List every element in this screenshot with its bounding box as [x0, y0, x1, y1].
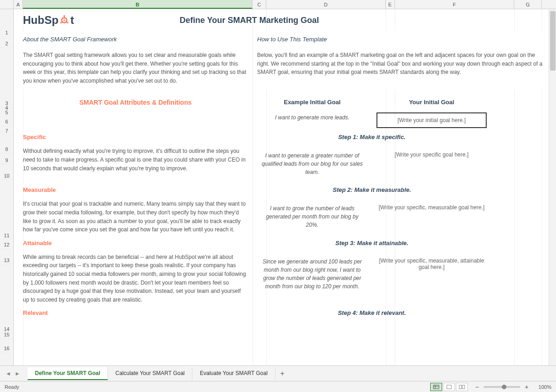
svg-line-4 [67, 22, 68, 23]
column-headers: ABCDEFG [0, 0, 556, 9]
attr-heading-0: Specific [23, 134, 248, 140]
column-header-B[interactable]: B [23, 0, 253, 9]
step-title-2: Step 3: Make it attainable. [257, 240, 487, 246]
zoom-level: 100% [533, 384, 551, 390]
row-headers: 12345678910111213141516171819 [0, 9, 14, 365]
step-your-input-0[interactable]: [Write your specific goal here.] [376, 147, 487, 162]
attr-heading-2: Attainable [23, 240, 248, 246]
smart-attributes-title: SMART Goal Attributes & Definitions [23, 99, 248, 106]
row-header-14[interactable]: 14 [0, 264, 13, 333]
howto-body: Below, you'll find an example of a SMART… [257, 51, 547, 77]
row-header-1[interactable]: 1 [0, 9, 13, 37]
row-header-15[interactable]: 15 [0, 333, 13, 339]
svg-rect-10 [462, 385, 465, 389]
svg-rect-8 [447, 385, 451, 389]
step-your-input-1[interactable]: [Write your specific, measurable goal he… [376, 200, 487, 215]
column-header-C[interactable]: C [253, 0, 266, 9]
zoom-out-button[interactable]: − [473, 383, 481, 391]
row-header-7[interactable]: 7 [0, 126, 13, 135]
spreadsheet-grid[interactable]: HubSp t Define Your SMART Marketing Goal… [14, 9, 556, 365]
row-header-12[interactable]: 12 [0, 240, 13, 249]
page-title: Define Your SMART Marketing Goal [180, 16, 319, 25]
attr-desc-2: While aiming to break records can be ben… [23, 253, 248, 304]
step-example-2: Since we generate around 100 leads per m… [257, 253, 367, 295]
logo-text-2: t [70, 14, 74, 27]
howto-heading: How to Use This Template [257, 36, 547, 43]
status-bar: Ready − + 100% [0, 381, 556, 392]
your-initial-input[interactable]: [Write your initial goal here.] [376, 112, 487, 128]
step-title-1: Step 2: Make it measurable. [257, 186, 487, 193]
svg-point-1 [63, 19, 65, 21]
row-header-8[interactable]: 8 [0, 135, 13, 153]
attr-heading-1: Measurable [23, 186, 248, 193]
row-header-2[interactable]: 2 [0, 37, 13, 48]
tab-next-icon[interactable]: ► [13, 369, 22, 378]
column-header-E[interactable]: E [386, 0, 395, 9]
row-header-6[interactable]: 6 [0, 117, 13, 126]
zoom-in-button[interactable]: + [523, 383, 530, 391]
row-header-5[interactable]: 5 [0, 112, 13, 117]
svg-rect-9 [459, 385, 461, 389]
your-initial-title: Your Initial Goal [376, 99, 487, 106]
sheet-tab-0[interactable]: Define Your SMART Goal [28, 367, 108, 380]
attr-heading-3: Relevant [23, 309, 248, 316]
about-heading: About the SMART Goal Framework [23, 36, 248, 43]
howto-box: How to Use This Template Below, you'll f… [257, 31, 547, 90]
hubspot-logo: HubSp t [23, 14, 74, 27]
sprocket-icon [59, 15, 69, 25]
view-normal-button[interactable] [430, 383, 442, 391]
add-sheet-button[interactable]: + [275, 370, 289, 378]
sheet-tab-1[interactable]: Calculate Your SMART Goal [108, 367, 192, 380]
example-initial-title: Example Initial Goal [257, 99, 367, 106]
row-header-13[interactable]: 13 [0, 249, 13, 264]
attr-desc-1: It's crucial that your goal is trackable… [23, 200, 248, 234]
step-title-0: Step 1: Make it specific. [257, 134, 487, 140]
about-body: The SMART goal setting framework allows … [23, 51, 248, 85]
tab-prev-icon[interactable]: ◄ [4, 369, 13, 378]
zoom-slider[interactable] [483, 386, 520, 388]
about-box: About the SMART Goal Framework The SMART… [23, 31, 248, 90]
column-header-A[interactable]: A [14, 0, 23, 9]
svg-line-3 [61, 22, 62, 23]
sheet-tab-2[interactable]: Evaluate Your SMART Goal [192, 367, 275, 380]
row-header-9[interactable]: 9 [0, 153, 13, 164]
example-initial-text: I want to generate more leads. [257, 109, 367, 126]
row-header-10[interactable]: 10 [0, 164, 13, 180]
step-your-input-2[interactable]: [Write your specific, measurable, attain… [376, 253, 487, 275]
step-example-0: I want to generate a greater number of q… [257, 147, 367, 181]
view-page-layout-button[interactable] [443, 383, 455, 391]
step-example-1: I want to grow the number of leads gener… [257, 200, 367, 234]
view-page-break-button[interactable] [456, 383, 468, 391]
sheet-tab-bar: ◄ ► Define Your SMART GoalCalculate Your… [0, 365, 556, 381]
svg-rect-5 [433, 385, 439, 389]
vertical-scrollbar[interactable] [549, 9, 556, 365]
logo-text-1: HubSp [23, 14, 58, 27]
step-title-3: Step 4: Make it relevant. [257, 309, 487, 316]
row-header-11[interactable]: 11 [0, 180, 13, 240]
column-header-D[interactable]: D [266, 0, 386, 9]
column-header-F[interactable]: F [395, 0, 514, 9]
select-all-corner[interactable] [0, 0, 14, 9]
status-text: Ready [5, 384, 430, 390]
row-header-16[interactable]: 16 [0, 339, 13, 353]
column-header-G[interactable]: G [514, 0, 542, 9]
attr-desc-0: Without defining exactly what you're try… [23, 147, 248, 173]
row-header-3[interactable]: 3 [0, 48, 13, 107]
